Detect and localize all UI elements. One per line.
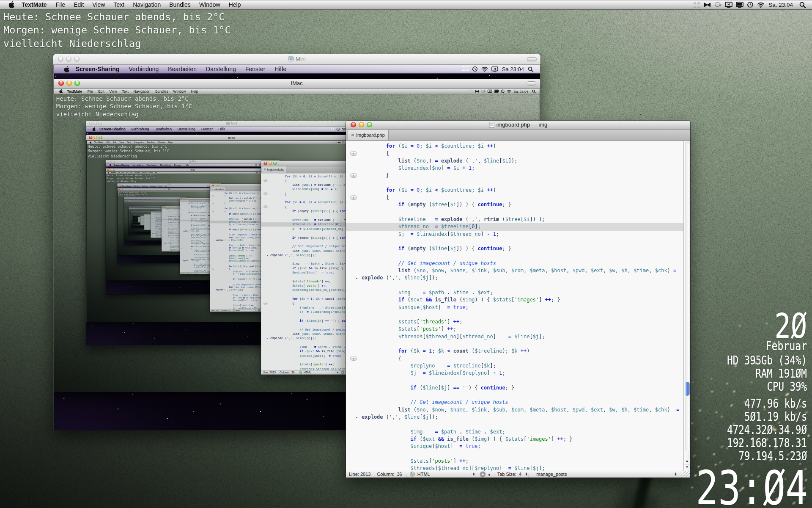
menu-item-navigation[interactable]: Navigation [133, 172, 141, 173]
language-popup[interactable]: LHTML [155, 237, 160, 238]
tab-close-icon[interactable]: ✕ [181, 200, 182, 201]
menu-item-file[interactable]: File [52, 1, 70, 8]
close-button[interactable] [58, 57, 63, 62]
minimize-button[interactable] [110, 160, 112, 162]
rows-icon[interactable] [160, 206, 160, 207]
menu-item-bundles[interactable]: Bundles [141, 172, 148, 173]
timemachine-icon[interactable] [501, 89, 505, 93]
zoom-button[interactable] [152, 211, 153, 211]
menu-item-hilfe[interactable]: Hilfe [141, 211, 142, 211]
language-popup[interactable]: LHTML [193, 273, 207, 274]
wifi-icon[interactable] [507, 89, 511, 93]
menu-item-bearbeiten[interactable]: Bearbeiten [137, 206, 140, 207]
zoom-button[interactable] [164, 206, 165, 207]
menu-item-darstellung[interactable]: Darstellung [201, 66, 241, 72]
timemachine-icon[interactable] [255, 164, 257, 166]
language-popup[interactable]: LHTML [232, 309, 255, 311]
language-popup[interactable]: LHTML [407, 472, 472, 477]
columns-icon[interactable] [335, 141, 337, 143]
menu-item-screen-sharing[interactable]: Screen-Sharing [121, 185, 132, 187]
rows-icon[interactable] [205, 185, 206, 187]
display-h-icon[interactable]: H [488, 89, 492, 93]
language-popup[interactable]: LHTML [170, 251, 178, 251]
menu-item-hilfe[interactable]: Hilfe [152, 199, 154, 199]
language-stepper[interactable]: ▲▼ [472, 472, 476, 476]
zoom-button[interactable] [74, 57, 80, 62]
fold-start-marker[interactable]: ▾ [212, 268, 214, 270]
timemachine-icon[interactable] [207, 185, 208, 187]
menu-item-window[interactable]: Window [148, 172, 154, 173]
fold-start-marker[interactable]: ▾ [145, 217, 145, 218]
menu-bar-clock[interactable]: Sa. 23:04 [768, 2, 793, 8]
fold-start-marker[interactable]: ▾ [212, 210, 214, 212]
minimize-button[interactable] [120, 188, 121, 190]
close-button[interactable] [125, 200, 126, 201]
wifi-icon[interactable] [342, 127, 346, 130]
minimize-button[interactable] [66, 57, 71, 62]
zoom-button[interactable] [367, 122, 372, 128]
tab-size-popup[interactable]: Tab Size: 4 [494, 472, 525, 477]
rows-icon[interactable] [462, 66, 469, 72]
menu-item-fenster[interactable]: Fenster [148, 199, 152, 199]
menu-item-help[interactable]: Help [154, 172, 158, 173]
menu-item-bundles[interactable]: Bundles [139, 190, 143, 191]
menu-item-screen-sharing[interactable]: Screen-Sharing [96, 127, 128, 131]
fold-start-marker[interactable]: ▾ [350, 356, 357, 361]
mini-titlebar[interactable]: @ Mini [117, 183, 221, 185]
imac-titlebar[interactable]: iMac [117, 188, 221, 190]
timemachine-icon[interactable] [472, 66, 478, 72]
menu-item-edit[interactable]: Edit [121, 172, 124, 173]
bundle-actions-button[interactable]: ▼ [476, 472, 494, 477]
timemachine-icon[interactable] [336, 127, 340, 130]
menu-item-bearbeiten[interactable]: Bearbeiten [138, 199, 143, 199]
fold-start-marker[interactable]: ▾ [151, 213, 151, 213]
close-button[interactable] [58, 80, 64, 86]
zoom-button[interactable] [74, 80, 80, 86]
menu-item-text[interactable]: Text [129, 172, 134, 173]
tab-close-icon[interactable]: ✕ [212, 188, 213, 190]
close-button[interactable] [118, 188, 120, 190]
minimize-button[interactable] [93, 122, 96, 125]
menu-item-bearbeiten[interactable]: Bearbeiten [145, 163, 159, 166]
menu-item-hilfe[interactable]: Hilfe [270, 66, 291, 72]
menu-item-bearbeiten[interactable]: Bearbeiten [163, 66, 201, 72]
cup-icon[interactable] [481, 89, 486, 93]
menu-item-verbindung[interactable]: Verbindung [124, 66, 163, 72]
minimize-button[interactable] [94, 136, 97, 139]
close-button[interactable] [181, 198, 182, 199]
code-editor[interactable]: for ($i = 0; $i < $countline; $i ++) { l… [346, 141, 690, 471]
menu-item-bearbeiten[interactable]: Bearbeiten [141, 185, 149, 187]
apple-menu-icon[interactable] [91, 127, 96, 131]
rows-icon[interactable] [252, 164, 254, 166]
fold-start-marker[interactable]: ▾ [350, 195, 357, 200]
fold-start-marker[interactable]: ▾ [212, 195, 214, 196]
minimize-button[interactable] [215, 184, 217, 186]
menu-item-hilfe[interactable]: Hilfe [164, 185, 168, 187]
menu-item-verbindung[interactable]: Verbindung [128, 127, 152, 131]
tab-close-icon[interactable]: ✕ [351, 133, 354, 137]
menu-item-darstellung[interactable]: Darstellung [149, 185, 157, 187]
minimize-button[interactable] [359, 122, 364, 128]
menu-item-fenster[interactable]: Fenster [157, 185, 164, 187]
fold-start-marker[interactable]: ▾ [263, 301, 268, 304]
menu-item-screen-sharing[interactable]: Screen-Sharing [126, 199, 133, 199]
menu-item-screen-sharing[interactable]: Screen-Sharing [112, 163, 131, 166]
minimize-button[interactable] [269, 161, 272, 164]
menu-item-hilfe[interactable]: Hilfe [216, 127, 228, 131]
apple-menu-icon[interactable] [58, 89, 64, 93]
close-button[interactable] [351, 122, 356, 128]
columns-icon[interactable] [160, 208, 161, 209]
fold-start-marker[interactable]: ▾ [350, 151, 357, 156]
menu-item-help[interactable]: Help [139, 208, 140, 209]
fold-end-marker[interactable]: ▴ [145, 216, 145, 216]
zoom-button[interactable] [113, 160, 115, 162]
witch-icon[interactable] [475, 89, 479, 93]
remote-menu-bar-clock[interactable]: Sa 23:04 [502, 66, 524, 72]
menu-item-verbindung[interactable]: Verbindung [132, 185, 141, 187]
menu-item-hilfe[interactable]: Hilfe [183, 163, 191, 166]
tab-imgboard[interactable]: ✕ imgboard.php [348, 130, 389, 140]
zoom-button[interactable] [130, 206, 130, 206]
menu-item-navigation[interactable]: Navigation [132, 141, 145, 144]
rows-icon[interactable] [330, 127, 334, 130]
menu-item-help[interactable]: Help [146, 190, 148, 191]
